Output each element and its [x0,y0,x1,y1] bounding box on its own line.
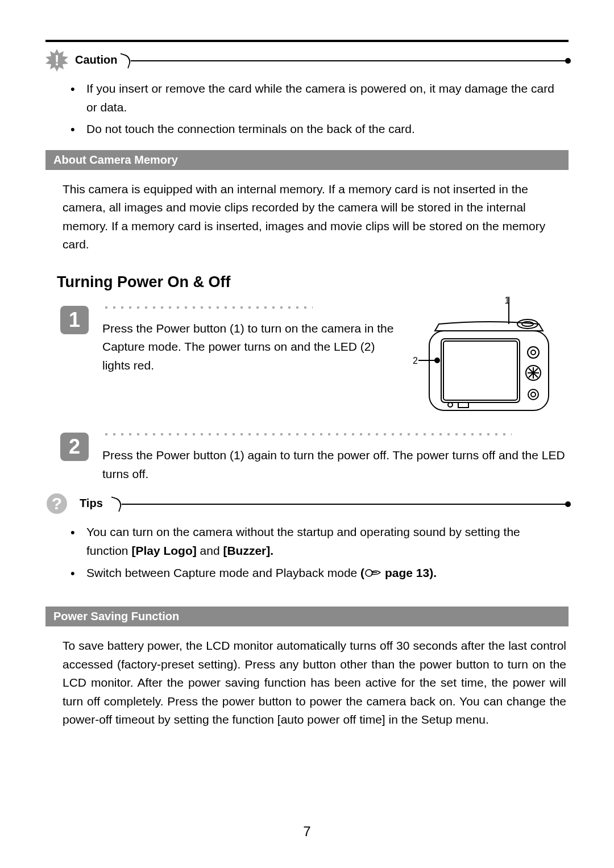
page-number: 7 [0,824,614,840]
banner-line [131,60,569,61]
step-1-body: Press the Power button (1) to turn on th… [102,306,569,427]
step-2-text: Press the Power button (1) again to turn… [102,446,569,483]
caution-item: Do not touch the connection terminals on… [86,120,563,139]
svg-point-6 [528,347,539,358]
banner-line-end [565,58,571,64]
caution-label: Caution [75,53,117,67]
caution-item: If you insert or remove the card while t… [86,80,563,117]
svg-point-13 [435,358,439,363]
question-icon: ? [47,493,67,514]
svg-rect-2 [443,341,517,400]
tips-label: Tips [80,497,103,510]
svg-point-9 [528,389,538,400]
banner-hook [117,53,132,69]
pointing-hand-icon [364,566,381,584]
svg-rect-3 [441,339,520,402]
about-memory-bar: About Camera Memory [45,150,569,170]
caution-banner: ! Caution [45,52,569,69]
step-2: 2 Press the Power button (1) again to tu… [60,433,569,483]
step-1: 1 Press the Power button (1) to turn on … [60,306,569,427]
svg-point-10 [531,392,536,397]
about-memory-text: This camera is equipped with an internal… [45,180,569,254]
banner-line-end [565,501,571,507]
exclamation-icon: ! [55,53,60,68]
step-2-body: Press the Power button (1) again to turn… [102,433,569,483]
svg-rect-12 [458,402,468,408]
tips-item: Switch between Capture mode and Playback… [86,564,563,584]
svg-point-7 [531,350,536,355]
caution-star-icon: ! [45,49,68,72]
banner-hook [107,497,123,513]
step-2-number: 2 [60,433,89,461]
callout-1: 1 [505,297,510,305]
step-dots [102,433,512,436]
page-content: ! Caution If you insert or remove the ca… [45,40,569,729]
tips-list: You can turn on the camera without the s… [45,523,569,584]
svg-point-11 [448,402,453,407]
step-1-text: Press the Power button (1) to turn on th… [102,319,398,427]
tips-banner: ? Tips [45,496,569,513]
caution-list: If you insert or remove the card while t… [45,80,569,139]
power-saving-bar: Power Saving Function [45,607,569,626]
step-dots [102,306,313,309]
camera-figure: 1 2 [409,319,569,427]
power-heading: Turning Power On & Off [45,273,569,291]
tips-item: You can turn on the camera without the s… [86,523,563,560]
svg-point-16 [366,570,372,576]
banner-line [122,504,569,505]
step-1-number: 1 [60,306,89,334]
callout-2: 2 [413,356,418,366]
power-saving-text: To save battery power, the LCD monitor a… [45,637,569,729]
svg-point-5 [522,322,533,326]
